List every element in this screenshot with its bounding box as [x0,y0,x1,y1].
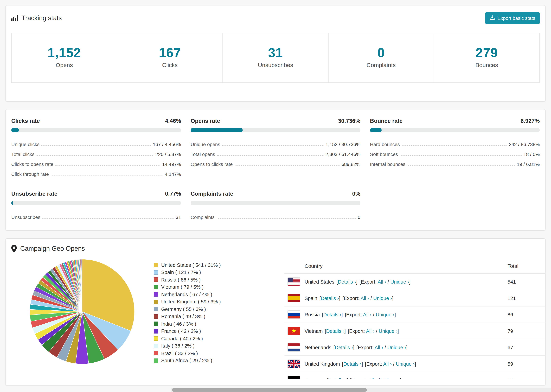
details-link[interactable]: Details › [326,328,344,334]
rate-value: 4.46% [165,118,181,124]
opens-rate-progress-bar [191,128,360,132]
export-button-label: Export basic stats [497,15,535,21]
rate-value: 6.927% [521,118,540,124]
export-unique-link[interactable]: Unique › [379,328,397,334]
rate-row-label: Hard bounces [370,142,400,147]
export-unique-link[interactable]: Unique › [381,378,400,379]
page: Tracking stats Export basic stats 1,152 … [0,0,551,392]
country-column-header: Country [284,259,508,273]
geo-table-row-russia: Russia [Details ›] [Export: All › / Uniq… [284,306,545,323]
country-name: Russia [304,312,320,317]
geo-pie-chart[interactable] [29,259,135,365]
export-unique-link[interactable]: Unique › [373,295,392,301]
rate-row-value: 689.82% [341,161,360,167]
export-all-link[interactable]: All › [360,295,369,301]
legend-label: Brazil ( 33 / 2% ) [161,351,198,356]
rate-row-opens-to-clicks-rate: Opens to clicks rate 689.82% [191,157,360,167]
rate-title: Unsubscribe rate [11,190,57,197]
legend-swatch [154,336,158,341]
legend-label: India ( 46 / 3% ) [161,321,196,327]
geo-pie-legend: United States ( 541 / 31% ) Spain ( 121 … [154,259,254,364]
legend-item-spain[interactable]: Spain ( 121 / 7% ) [154,269,254,276]
export-all-link[interactable]: All › [366,328,374,334]
export-all-link[interactable]: All › [368,378,377,379]
stat-label: Clicks [117,62,222,69]
legend-label: United Kingdom ( 59 / 3% ) [161,299,221,305]
dotted-leader [217,155,323,156]
details-link[interactable]: Details › [338,279,356,284]
details-link[interactable]: Details › [343,361,361,366]
rate-row-total-opens: Total opens 2,303 / 61.446% [191,147,360,157]
legend-item-france[interactable]: France ( 42 / 2% ) [154,328,254,335]
dotted-leader [42,145,151,146]
export-basic-stats-button[interactable]: Export basic stats [485,12,540,24]
legend-label: France ( 42 / 2% ) [161,329,201,334]
legend-item-canada[interactable]: Canada ( 40 / 2% ) [154,335,254,342]
legend-item-south-africa[interactable]: South Africa ( 29 / 2% ) [154,357,254,364]
legend-item-brazil[interactable]: Brazil ( 33 / 2% ) [154,350,254,357]
dotted-leader [407,165,515,166]
rate-row-label: Unique opens [191,142,220,147]
legend-item-italy[interactable]: Italy ( 36 / 2% ) [154,342,254,350]
export-unique-link[interactable]: Unique › [387,345,406,350]
details-link-group: [Details ›] [327,378,348,379]
flag-us-icon [288,278,300,286]
export-all-link[interactable]: All › [374,345,383,350]
legend-swatch [154,307,158,311]
export-all-link[interactable]: All › [383,361,392,366]
details-link[interactable]: Details › [321,295,339,301]
progress-fill [370,128,382,132]
export-unique-link[interactable]: Unique › [396,361,415,366]
stat-label: Opens [12,62,117,69]
legend-item-romania[interactable]: Romania ( 49 / 3% ) [154,313,254,320]
stat-complaints: 0 Complaints [328,33,434,83]
geo-table-row-germany: Germany [Details ›] [Export: All › / Uni… [284,372,545,379]
legend-item-vietnam[interactable]: Vietnam ( 79 / 5% ) [154,283,254,291]
details-link[interactable]: Details › [328,378,346,379]
rate-row-value: 0 [358,215,360,220]
dotted-leader [217,218,356,219]
rate-row-label: Opens to clicks rate [191,161,233,167]
horizontal-scrollbar-thumb[interactable] [172,388,367,392]
export-all-link[interactable]: All › [363,312,372,317]
legend-label: Spain ( 121 / 7% ) [161,270,201,275]
geo-table-header-row: Country Total [284,259,545,273]
bounce-rate-progress-bar [370,128,540,132]
country-total: 121 [508,290,545,306]
export-all-link[interactable]: All › [378,279,386,284]
details-link-group: [Details ›] [322,312,343,317]
stat-label: Complaints [329,62,434,69]
legend-swatch [154,270,158,275]
details-link[interactable]: Details › [335,345,353,350]
legend-label: Netherlands ( 67 / 4% ) [161,292,212,297]
details-link[interactable]: Details › [323,312,341,317]
rate-row-label: Unique clicks [11,142,40,147]
stat-label: Bounces [434,62,539,69]
export-icon [490,15,495,21]
legend-item-united-states[interactable]: United States ( 541 / 31% ) [154,261,254,269]
export-unique-link[interactable]: Unique › [390,279,409,284]
geo-table-row-spain: Spain [Details ›] [Export: All › / Uniqu… [284,290,545,306]
flag-ru-icon [288,311,300,318]
horizontal-scrollbar[interactable] [171,388,551,392]
details-link-group: [Details ›] [336,279,357,284]
geo-table-row-vietnam: Vietnam [Details ›] [Export: All › / Uni… [284,323,545,339]
legend-item-russia[interactable]: Russia ( 86 / 5% ) [154,276,254,283]
details-link-group: [Details ›] [333,345,354,350]
legend-item-india[interactable]: India ( 46 / 3% ) [154,320,254,328]
export-unique-link[interactable]: Unique › [376,312,395,317]
dotted-leader [235,165,339,166]
legend-item-netherlands[interactable]: Netherlands ( 67 / 4% ) [154,291,254,298]
rate-title: Opens rate [191,118,220,124]
geo-table-row-united-kingdom: United Kingdom [Details ›] [Export: All … [284,356,545,372]
rate-row-unique-clicks: Unique clicks 167 / 4.456% [11,137,181,147]
country-name: United Kingdom [304,361,340,366]
bar-chart-icon [11,15,18,21]
campaign-geo-opens-card: Campaign Geo Opens United States ( 541 /… [6,238,545,385]
legend-swatch [154,278,158,282]
legend-item-united-kingdom[interactable]: United Kingdom ( 59 / 3% ) [154,298,254,305]
legend-item-germany[interactable]: Germany ( 55 / 3% ) [154,305,254,313]
flag-nl-icon [288,343,300,351]
rate-row-value: 31 [176,215,181,220]
rate-row-clicks-to-opens-rate: Clicks to opens rate 14.497% [11,157,181,167]
